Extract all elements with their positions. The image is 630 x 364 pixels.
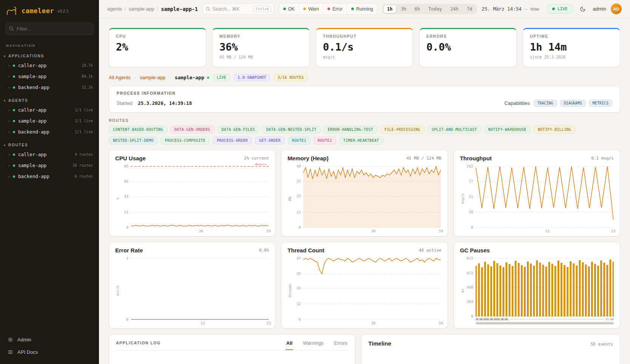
route-chip[interactable]: DATA-GEN-NESTED-SPLIT — [262, 126, 321, 134]
route-chip[interactable]: ERROR-HANDLING-TEST — [324, 126, 377, 134]
sidebar-item-application-caller-app[interactable]: › caller-app 10.7k — [0, 60, 99, 71]
search-input[interactable] — [213, 6, 252, 12]
sidebar-item-admin[interactable]: Admin — [5, 334, 94, 346]
stat-sub: 45 MB / 124 MB — [219, 55, 303, 59]
right-pane: agents / sample-app / sample-app-1 Ctrl+… — [99, 0, 630, 364]
status-filter-error[interactable]: Error — [323, 3, 347, 14]
tab-errors[interactable]: Errors — [334, 340, 348, 350]
gc-scrollbar[interactable] — [476, 322, 614, 324]
item-badge: 1/1 live — [75, 119, 93, 123]
sidebar-item-routes-caller-app[interactable]: › caller-app 4 routes — [0, 149, 99, 160]
route-chip[interactable]: GET-ORDER — [255, 137, 285, 144]
section-header: APPLICATIONS — [0, 53, 99, 60]
time-range-6h[interactable]: 6h — [411, 5, 424, 13]
breadcrumb-separator: / — [157, 6, 159, 12]
chart-title: CPU Usage — [115, 155, 146, 161]
time-range-1h[interactable]: 1h — [383, 5, 396, 13]
item-label: backend-app — [18, 84, 49, 90]
status-dot — [13, 109, 15, 111]
chevron-right-icon: › — [8, 108, 10, 112]
route-chip[interactable]: PROCESS-ORDER — [213, 137, 252, 144]
time-range-today[interactable]: Today — [425, 5, 446, 13]
all-agents-link[interactable]: All Agents — [109, 75, 131, 80]
search-icon — [9, 26, 14, 31]
route-chip[interactable]: NESTED-SPLIT-DEMO — [109, 137, 158, 144]
live-indicator[interactable]: LIVE — [547, 4, 573, 14]
time-range-24h[interactable]: 24h — [446, 5, 462, 13]
chart-current-value: 46 active — [419, 248, 442, 253]
sidebar-item-api-docs[interactable]: API Docs — [5, 346, 94, 358]
capability-chip: METRICS — [589, 100, 612, 107]
chart-card-throughput: Throughput 0.1 msg/s msg/s 0265177102 12… — [454, 150, 620, 237]
stat-label: THROUGHPUT — [323, 34, 406, 38]
live-dot — [207, 77, 209, 79]
live-label: LIVE — [557, 6, 568, 11]
route-chip[interactable]: ROUTE2 — [313, 137, 336, 144]
date-separator: — — [525, 6, 528, 12]
chevron-right-icon: › — [8, 119, 10, 123]
time-window[interactable]: 25. März 14:54 — now — [482, 6, 539, 12]
sidebar-item-application-backend-app[interactable]: › backend-app 32.2k — [0, 82, 99, 93]
charts-row-1: CPU Usage 2% current % 021436485 Alert 3… — [109, 150, 620, 237]
route-chip[interactable]: FILE-PROCESSING — [380, 126, 425, 134]
tab-warnings[interactable]: Warnings — [302, 340, 324, 350]
chevron-right-icon: › — [8, 74, 10, 79]
sidebar-item-application-sample-app[interactable]: › sample-app 84.1k — [0, 71, 99, 82]
item-badge: 32.2k — [82, 85, 93, 89]
error-rate-plot — [131, 256, 269, 320]
chart-card-cpu-usage: CPU Usage 2% current % 021436485 Alert 3… — [109, 150, 275, 237]
panel-title: APPLICATION LOG — [116, 341, 161, 350]
routes-count-badge: 3/16 ROUTES — [274, 74, 308, 81]
item-label: backend-app — [18, 129, 49, 135]
sample-app-link[interactable]: sample-app — [140, 75, 165, 80]
gc-pauses-plot — [476, 256, 614, 317]
global-search[interactable]: Ctrl+K — [202, 3, 274, 15]
route-chip[interactable]: NOTIFY-BILLING — [534, 126, 576, 134]
y-axis-label: msg/s — [460, 164, 465, 233]
sidebar-item-agent-sample-app[interactable]: › sample-app 1/1 live — [0, 115, 99, 126]
route-chip[interactable]: DATA-GEN-ORDERS — [170, 126, 215, 134]
status-filter-ok[interactable]: OK — [279, 3, 299, 14]
sidebar-item-agent-backend-app[interactable]: › backend-app 1/1 live — [0, 126, 99, 137]
moon-icon — [580, 6, 586, 12]
app-root: cameleer v3.2.1 NAVIGATION APPLICATIONS … — [0, 0, 630, 364]
sidebar-item-routes-backend-app[interactable]: › backend-app 6 routes — [0, 171, 99, 182]
capabilities-label: Capabilities — [504, 100, 530, 106]
logo-row: cameleer v3.2.1 — [0, 0, 99, 20]
route-chip[interactable]: PROCESS-COMPOSITE — [161, 137, 209, 144]
status-dot — [13, 154, 15, 156]
route-chip[interactable]: NOTIFY-WAREHOUSE — [484, 126, 531, 134]
breadcrumb-agents-link[interactable]: agents — [107, 6, 122, 12]
api-docs-label: API Docs — [17, 349, 38, 355]
filter-input[interactable] — [5, 23, 94, 35]
status-dot — [13, 131, 15, 133]
sidebar-filter — [5, 23, 94, 35]
gear-icon — [8, 337, 13, 342]
y-axis-ticks: 021436485 — [120, 164, 131, 233]
status-filter-running[interactable]: Running — [347, 3, 377, 14]
status-filter-warn[interactable]: Warn — [299, 3, 323, 14]
dark-mode-toggle[interactable] — [577, 3, 588, 15]
status-dot — [13, 164, 15, 167]
sidebar-section-routes: ROUTES › caller-app 4 routes › sample-ap… — [0, 142, 99, 182]
sidebar-item-routes-sample-app[interactable]: › sample-app 16 routes — [0, 160, 99, 171]
current-agent: sample-app — [174, 75, 209, 80]
user-name: admin — [593, 6, 606, 12]
time-range-3h[interactable]: 3h — [397, 5, 410, 13]
route-chip[interactable]: TIMER-HEARTBEAT — [339, 137, 383, 144]
avatar[interactable]: AD — [611, 3, 622, 14]
tab-all[interactable]: All — [286, 340, 293, 350]
route-chip[interactable]: DATA-GEN-FILES — [218, 126, 259, 134]
route-chip[interactable]: CONTENT-BASED-ROUTING — [109, 126, 167, 134]
time-range-7d[interactable]: 7d — [463, 5, 476, 13]
route-chip[interactable]: SPLIT-AND-MULTICAST — [428, 126, 481, 134]
ok-status-dot — [283, 8, 286, 10]
capability-chip: DIAGRAMS — [560, 100, 586, 107]
stat-card-throughput: THROUGHPUT 0.1/s msg/s — [316, 28, 413, 67]
cpu-usage-plot: Alert — [131, 164, 269, 228]
breadcrumb-sample-app-link[interactable]: sample-app — [129, 6, 154, 12]
item-badge: 16 routes — [73, 163, 93, 167]
sidebar-item-agent-caller-app[interactable]: › caller-app 1/1 live — [0, 104, 99, 115]
chevron-right-icon: › — [8, 130, 10, 134]
route-chip[interactable]: ROUTE1 — [288, 137, 310, 144]
